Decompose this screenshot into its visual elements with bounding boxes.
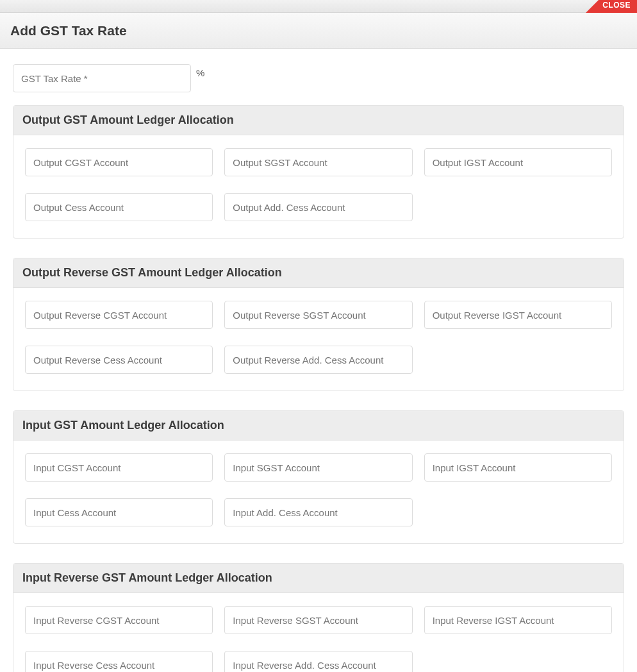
output-cgst-account-input[interactable] bbox=[25, 148, 213, 176]
input-reverse-add-cess-account-input[interactable] bbox=[224, 651, 412, 672]
section-body-output-reverse-gst bbox=[13, 288, 624, 391]
form-content: % Output GST Amount Ledger Allocation Ou… bbox=[0, 49, 637, 672]
input-igst-account-input[interactable] bbox=[424, 453, 612, 482]
percent-label: % bbox=[196, 67, 204, 78]
output-add-cess-account-input[interactable] bbox=[224, 193, 412, 221]
section-body-input-reverse-gst bbox=[13, 593, 624, 672]
input-add-cess-account-input[interactable] bbox=[224, 498, 412, 526]
output-igst-account-input[interactable] bbox=[424, 148, 612, 176]
section-title-input-gst: Input GST Amount Ledger Allocation bbox=[13, 411, 624, 441]
section-output-reverse-gst: Output Reverse GST Amount Ledger Allocat… bbox=[13, 258, 624, 391]
output-reverse-sgst-account-input[interactable] bbox=[224, 301, 412, 329]
section-body-input-gst bbox=[13, 441, 624, 543]
close-button[interactable]: CLOSE bbox=[586, 0, 637, 13]
input-reverse-cgst-account-input[interactable] bbox=[25, 606, 213, 634]
output-reverse-igst-account-input[interactable] bbox=[424, 301, 612, 329]
output-sgst-account-input[interactable] bbox=[224, 148, 412, 176]
output-reverse-add-cess-account-input[interactable] bbox=[224, 346, 412, 374]
section-title-input-reverse-gst: Input Reverse GST Amount Ledger Allocati… bbox=[13, 564, 624, 593]
input-reverse-sgst-account-input[interactable] bbox=[224, 606, 412, 634]
section-title-output-gst: Output GST Amount Ledger Allocation bbox=[13, 106, 624, 135]
window-top-strip: CLOSE bbox=[0, 0, 637, 13]
section-title-output-reverse-gst: Output Reverse GST Amount Ledger Allocat… bbox=[13, 258, 624, 288]
section-body-output-gst bbox=[13, 135, 624, 238]
input-reverse-cess-account-input[interactable] bbox=[25, 651, 213, 672]
output-reverse-cess-account-input[interactable] bbox=[25, 346, 213, 374]
output-cess-account-input[interactable] bbox=[25, 193, 213, 221]
input-cgst-account-input[interactable] bbox=[25, 453, 213, 482]
section-input-gst: Input GST Amount Ledger Allocation bbox=[13, 410, 624, 544]
input-sgst-account-input[interactable] bbox=[224, 453, 412, 482]
section-input-reverse-gst: Input Reverse GST Amount Ledger Allocati… bbox=[13, 563, 624, 672]
gst-tax-rate-input[interactable] bbox=[13, 64, 191, 92]
section-output-gst: Output GST Amount Ledger Allocation bbox=[13, 105, 624, 239]
output-reverse-cgst-account-input[interactable] bbox=[25, 301, 213, 329]
gst-rate-row: % bbox=[13, 64, 624, 92]
page-title: Add GST Tax Rate bbox=[10, 23, 127, 38]
input-reverse-igst-account-input[interactable] bbox=[424, 606, 612, 634]
input-cess-account-input[interactable] bbox=[25, 498, 213, 526]
title-bar: Add GST Tax Rate bbox=[0, 13, 637, 49]
